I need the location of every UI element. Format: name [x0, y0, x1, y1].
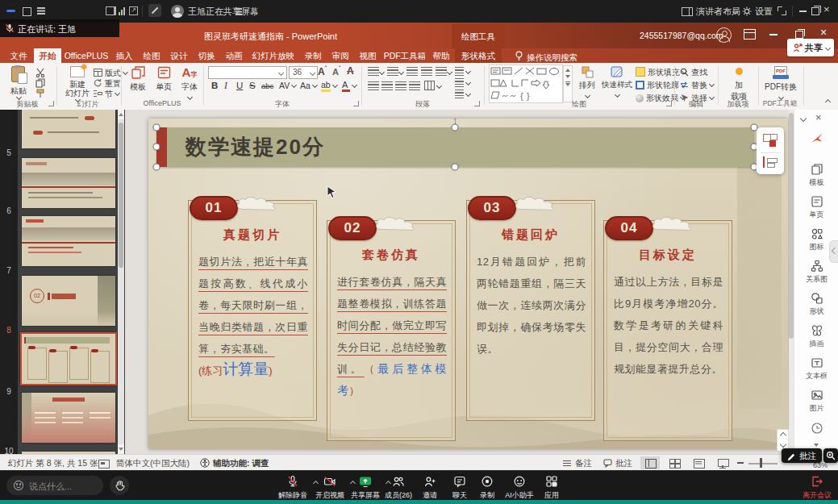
tab-transitions[interactable]: 切换 [194, 48, 219, 63]
sidebar-item-textbox[interactable]: 文本框 [794, 356, 838, 381]
reading-view-button[interactable] [689, 456, 708, 469]
convert-smartart-button[interactable] [455, 90, 464, 98]
comments-toggle[interactable]: 批注 [615, 458, 632, 469]
account-email[interactable]: 2455517987@qq.com [640, 31, 723, 40]
card-3[interactable]: 错题回炉 12月错题回炉，把前两轮错题重组，隔三天做一次，连续两次满分即划掉，确… [466, 200, 595, 421]
tab-draw[interactable]: 绘图 [139, 48, 165, 63]
shrink-font-button[interactable]: Aˇ [332, 65, 340, 77]
quick-styles-button[interactable]: 快速样式 [602, 66, 632, 100]
slide-thumbnail-9[interactable] [22, 393, 115, 443]
tab-view[interactable]: 视图 [355, 48, 381, 63]
increase-indent-button[interactable] [421, 67, 432, 76]
menu-icon[interactable] [37, 7, 45, 9]
shape-outline-button[interactable]: 形状轮廓 [636, 80, 686, 91]
tab-home[interactable]: 开始 [34, 48, 61, 63]
shapes-gallery[interactable]: { } [489, 65, 563, 103]
popout-window-icon[interactable]: ↗ [129, 6, 138, 15]
line-spacing-button[interactable] [436, 67, 447, 76]
tab-help[interactable]: 帮助 [429, 48, 453, 63]
align-center-button[interactable] [381, 81, 393, 90]
sidebar-collapse-icon[interactable] [800, 115, 807, 122]
slide-thumbnail-5[interactable] [22, 158, 115, 208]
toggle-panel-icon[interactable] [106, 6, 116, 15]
minimize-ppt-icon[interactable] [769, 34, 778, 35]
cut-icon[interactable] [35, 68, 45, 77]
highlight-color-button[interactable]: ab [321, 80, 331, 92]
selection-handle[interactable] [452, 124, 459, 131]
slide-title-shape[interactable]: 数学速提20分 [156, 127, 754, 167]
slide-thumbnail-6[interactable] [22, 216, 115, 266]
next-slide-button[interactable] [780, 441, 786, 448]
strikethrough-button[interactable]: S [249, 81, 256, 90]
layout-options-button[interactable] [763, 156, 778, 169]
restore-ppt-icon[interactable] [795, 31, 803, 39]
sidebar-item-single-page[interactable]: 单页 [794, 195, 838, 220]
shapes-gallery-scroll[interactable] [563, 65, 573, 102]
slide-thumbnail-7[interactable]: 02 [22, 276, 115, 326]
reset-button[interactable]: 重置 [94, 78, 121, 90]
sidebar-item-image[interactable]: 图片 [794, 389, 838, 414]
tab-record[interactable]: 录制 [300, 48, 326, 63]
speaker-layout-icon[interactable] [682, 7, 693, 16]
sidebar-item-diagram[interactable]: 关系图 [794, 260, 838, 285]
card-2[interactable]: 套卷仿真 进行套卷仿真，隔天真题整卷模拟，训练答题时间分配，做完立即写失分日记，… [327, 220, 456, 441]
chat-input[interactable]: 说点什么... [6, 476, 103, 495]
change-case-button[interactable]: Aa [300, 81, 317, 90]
annotate-button[interactable]: 批注 [782, 448, 822, 463]
grow-font-button[interactable]: Aˆ [318, 65, 327, 77]
sidebar-more-icon[interactable] [814, 444, 819, 447]
annotation-tool-icon[interactable] [148, 4, 161, 17]
sharing-menu-icon[interactable] [236, 8, 242, 10]
share-button[interactable]: 共享 [787, 39, 834, 56]
bold-button[interactable]: B [211, 81, 218, 90]
paste-button[interactable]: 粘贴 [10, 66, 27, 98]
sidebar-item-more[interactable] [794, 421, 838, 434]
thumbnail-scrollbar-thumb[interactable] [119, 123, 123, 268]
tab-design[interactable]: 设计 [166, 48, 192, 63]
addins-button[interactable]: 加 载项 [724, 68, 753, 102]
close-meeting-icon[interactable]: × [823, 3, 830, 15]
selection-handle[interactable] [153, 144, 161, 151]
font-dialog-launcher[interactable] [353, 101, 359, 106]
clipboard-dialog-launcher[interactable] [48, 101, 54, 106]
tab-file[interactable]: 文件 [5, 48, 32, 63]
ribbon-display-options-icon[interactable] [744, 29, 756, 40]
normal-view-button[interactable] [640, 456, 660, 469]
close-ppt-icon[interactable]: × [820, 26, 827, 39]
selection-handle[interactable] [452, 164, 459, 171]
selection-handle[interactable] [153, 124, 161, 131]
maximize-meeting-icon[interactable] [811, 7, 819, 15]
pdf-convert-button[interactable]: PDF PDF转换 [763, 66, 798, 102]
drawing-dialog-launcher[interactable] [666, 101, 672, 106]
copy-icon[interactable] [35, 78, 45, 88]
sidebar-item-shapes[interactable]: 形状 [794, 292, 838, 317]
zoom-slider-handle[interactable] [760, 458, 762, 468]
bullets-button[interactable] [368, 67, 379, 76]
arrange-button[interactable]: 排列 [574, 66, 600, 101]
align-left-button[interactable] [368, 81, 379, 90]
decrease-indent-button[interactable] [406, 67, 418, 76]
officeplus-singlepage-button[interactable]: 单页 [152, 66, 176, 93]
thumbnail-scrollbar[interactable] [118, 110, 124, 454]
minimize-meeting-icon[interactable] [799, 10, 807, 12]
zoom-out-button[interactable] [737, 462, 744, 464]
tab-officeplus[interactable]: OfficePLUS [63, 48, 110, 63]
paragraph-dialog-launcher[interactable] [474, 101, 480, 106]
align-right-button[interactable] [395, 81, 406, 90]
slide[interactable]: 数学速提20分 真题切片 题切片法，把近十年真题按高数、线代成小卷，每天限时刷一… [148, 119, 788, 449]
fullscreen-icon[interactable] [778, 6, 786, 15]
magnifier-button[interactable] [823, 448, 838, 463]
columns-button[interactable] [424, 81, 435, 90]
char-spacing-button[interactable]: AV [279, 81, 296, 90]
window-mode-icon[interactable] [23, 7, 31, 16]
design-ideas-button[interactable] [763, 134, 778, 148]
tab-insert[interactable]: 插入 [111, 48, 137, 63]
font-color-button[interactable]: A [342, 80, 350, 92]
slide-thumbnail-4[interactable] [22, 110, 115, 148]
tab-review[interactable]: 审阅 [327, 48, 353, 63]
card-4[interactable]: 目标设定 通过以上方法，目标是比9月模考净增20分。数学是考研的关键科目，提分空… [603, 220, 732, 441]
slide-sorter-view-button[interactable] [665, 456, 684, 469]
italic-button[interactable]: I [224, 81, 227, 90]
card-1[interactable]: 真题切片 题切片法，把近十年真题按高数、线代成小卷，每天限时刷一组，当晚归类错题… [188, 200, 317, 421]
font-name-combo[interactable] [208, 66, 287, 79]
